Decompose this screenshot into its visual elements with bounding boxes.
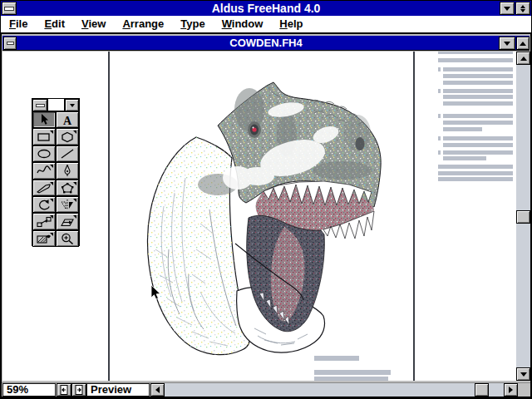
greeked-text-line: [438, 165, 513, 169]
tool-pointer[interactable]: [32, 111, 56, 128]
menu-type[interactable]: Type: [172, 16, 213, 32]
menu-help[interactable]: Help: [271, 16, 311, 32]
document-system-menu-button[interactable]: [3, 37, 17, 50]
document-titlebar[interactable]: COWDEN.FH4: [2, 36, 530, 51]
document-system-menu-dash-icon: [7, 42, 14, 45]
menu-bar: FileEditViewArrangeTypeWindowHelp: [1, 16, 531, 33]
tool-text[interactable]: A: [56, 111, 79, 128]
greeked-text-line: [443, 156, 486, 160]
pointer-icon: [34, 114, 54, 126]
scroll-down-icon: [520, 372, 527, 380]
toolbox-title-area: [47, 99, 65, 111]
toolbox-palette: A: [32, 98, 80, 246]
tool-skew[interactable]: [56, 213, 79, 229]
flyout-mark: [50, 215, 53, 219]
menu-file[interactable]: File: [1, 16, 36, 32]
scroll-left-icon: [152, 387, 160, 393]
page-edge: [108, 52, 110, 381]
tool-pen[interactable]: [56, 162, 79, 179]
greeked-text-line: [438, 150, 441, 155]
page-right-icon: [74, 385, 84, 395]
v-scrollbar-thumb[interactable]: [516, 210, 530, 224]
scroll-down-button[interactable]: [516, 367, 530, 381]
menu-window[interactable]: Window: [214, 16, 272, 32]
greeked-text-line: [438, 114, 441, 118]
document-title: COWDEN.FH4: [229, 37, 302, 49]
freehand-app-window: { "app": { "title": "Aldus FreeHand 4.0"…: [0, 0, 532, 399]
greeked-text-line: [443, 81, 513, 85]
tool-ellipse[interactable]: [32, 145, 56, 162]
greeked-text-line: [443, 121, 513, 125]
document-maximize-button[interactable]: [516, 37, 530, 50]
previous-page-button[interactable]: [57, 383, 71, 397]
flyout-mark: [50, 131, 53, 134]
tool-grid: A: [32, 111, 79, 247]
scroll-left-button[interactable]: [150, 383, 165, 397]
text-tool-icon: A: [57, 114, 77, 126]
scroll-up-button[interactable]: [516, 52, 530, 65]
greeked-text-line: [443, 101, 513, 106]
tool-scale[interactable]: [32, 213, 56, 229]
pen-icon: [57, 165, 77, 176]
tool-bezigon[interactable]: [56, 180, 79, 196]
document-minimize-button[interactable]: [499, 37, 515, 50]
tool-zoom[interactable]: [56, 230, 79, 247]
scroll-right-icon: [509, 387, 516, 393]
menu-view[interactable]: View: [73, 16, 114, 32]
tool-knife[interactable]: [32, 180, 56, 196]
view-mode-value: Preview: [91, 383, 131, 396]
zoom-icon: [57, 233, 77, 244]
tool-trace[interactable]: [32, 230, 56, 247]
restore-up-icon: [520, 2, 525, 8]
status-bar: 59% Preview: [2, 382, 530, 397]
app-titlebar[interactable]: Aldus FreeHand 4.0: [1, 1, 531, 16]
scroll-right-button[interactable]: [504, 383, 518, 397]
greeked-text-line: [438, 67, 441, 71]
greeked-text-line: [443, 143, 513, 147]
minimize-icon: [504, 7, 510, 14]
mouse-cursor: [150, 285, 162, 302]
horizontal-scrollbar[interactable]: [150, 383, 518, 397]
tool-polygon[interactable]: [56, 128, 79, 145]
greeked-text-line: [443, 136, 513, 140]
greeked-text-line: [438, 171, 513, 175]
flyout-mark: [73, 182, 76, 185]
vertical-scrollbar[interactable]: [516, 52, 530, 381]
flyout-mark: [50, 165, 53, 168]
dino-ear-spot: [356, 137, 365, 150]
h-scrollbar-thumb[interactable]: [475, 383, 489, 397]
tool-line[interactable]: [56, 145, 79, 162]
system-menu-button[interactable]: [2, 2, 17, 15]
toolbox-dropdown-button[interactable]: [65, 99, 79, 111]
document-minimize-icon: [504, 42, 510, 49]
minimize-button[interactable]: [500, 2, 515, 15]
greeked-text-line: [314, 370, 391, 375]
greeked-text-line: [314, 377, 388, 381]
tool-rotate[interactable]: [32, 196, 56, 213]
dino-eye: [248, 121, 261, 138]
toolbox-system-menu-button[interactable]: [32, 99, 47, 111]
svg-text:A: A: [63, 115, 72, 126]
greeked-text-line: [438, 136, 441, 140]
scroll-up-icon: [520, 53, 527, 61]
toolbox-titlebar[interactable]: [32, 99, 79, 111]
toolbox-dropdown-icon: [70, 104, 75, 110]
tool-freehand[interactable]: [32, 162, 56, 179]
restore-button[interactable]: [515, 2, 530, 15]
greeked-text-line: [314, 356, 359, 361]
view-mode-field[interactable]: Preview: [86, 383, 150, 397]
greeked-text-line: [443, 150, 513, 155]
greeked-text-line: [443, 74, 513, 78]
menu-edit[interactable]: Edit: [36, 16, 73, 32]
tool-rectangle[interactable]: [32, 128, 56, 145]
toolbox-system-menu-dash-icon: [36, 104, 45, 107]
greeked-text-line: [438, 89, 441, 93]
greeked-text-line: [438, 58, 513, 62]
flyout-mark: [50, 199, 53, 202]
restore-down-icon: [520, 9, 525, 15]
zoom-level-field[interactable]: 59%: [2, 383, 56, 397]
next-page-button[interactable]: [71, 383, 86, 397]
scrollbar-corner: [518, 383, 530, 397]
tool-reflect[interactable]: [56, 196, 79, 213]
menu-arrange[interactable]: Arrange: [114, 16, 172, 32]
